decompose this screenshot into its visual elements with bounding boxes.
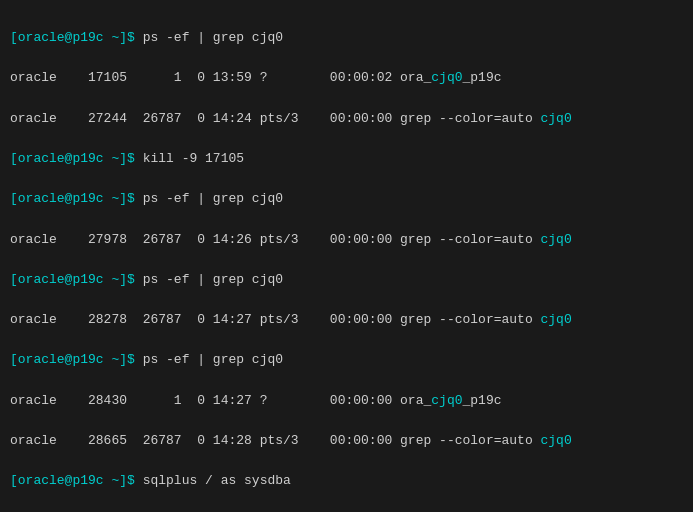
line-9: [oracle@p19c ~]$ ps -ef | grep cjq0 [10,350,683,370]
prompt: [oracle@p19c ~]$ [10,151,143,166]
prompt: [oracle@p19c ~]$ [10,473,143,488]
line-6: oracle 27978 26787 0 14:26 pts/3 00:00:0… [10,230,683,250]
prompt: [oracle@p19c ~]$ [10,352,143,367]
line-2: oracle 17105 1 0 13:59 ? 00:00:02 ora_cj… [10,68,683,88]
prompt: [oracle@p19c ~]$ [10,272,143,287]
line-4: [oracle@p19c ~]$ kill -9 17105 [10,149,683,169]
prompt: [oracle@p19c ~]$ [10,191,143,206]
line-11: oracle 28665 26787 0 14:28 pts/3 00:00:0… [10,431,683,451]
line-8: oracle 28278 26787 0 14:27 pts/3 00:00:0… [10,310,683,330]
line-5: [oracle@p19c ~]$ ps -ef | grep cjq0 [10,189,683,209]
line-1: [oracle@p19c ~]$ ps -ef | grep cjq0 [10,28,683,48]
line-3: oracle 27244 26787 0 14:24 pts/3 00:00:0… [10,109,683,129]
line-7: [oracle@p19c ~]$ ps -ef | grep cjq0 [10,270,683,290]
prompt: [oracle@p19c ~]$ [10,30,143,45]
terminal-output: [oracle@p19c ~]$ ps -ef | grep cjq0 orac… [10,8,683,512]
cmd: ps -ef | grep cjq0 [143,30,283,45]
line-10: oracle 28430 1 0 14:27 ? 00:00:00 ora_cj… [10,391,683,411]
line-12: [oracle@p19c ~]$ sqlplus / as sysdba [10,471,683,491]
